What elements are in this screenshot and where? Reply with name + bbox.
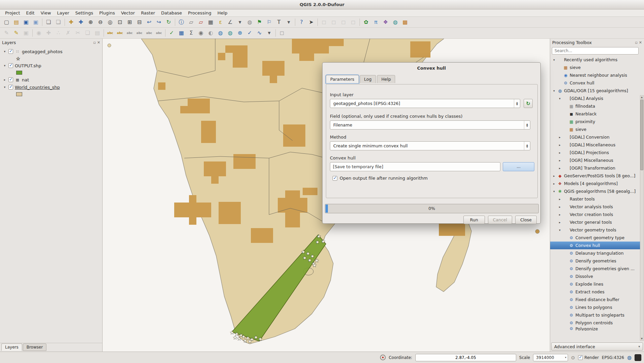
toolbox-tree-item[interactable]: ▾ ❃ QGIS geoalgorithms [58 geoalg...]	[550, 187, 640, 195]
copy-features-icon[interactable]: ❏	[83, 29, 92, 37]
toolbox-tree-item[interactable]: ⚙ Convert geometry type	[550, 234, 640, 242]
toolbox-tree-item[interactable]: ▸ [OGR] Miscellaneous	[550, 156, 640, 164]
float-panel-icon[interactable]: ▫	[93, 40, 96, 45]
toolbox-tree-item[interactable]: ▾ ◍ GDAL/OGR [15 geoalgorithms]	[550, 87, 640, 95]
toolbox-tree-item[interactable]: ◉ Nearest neighbour analysis	[550, 71, 640, 79]
geometry-checker-icon[interactable]: ✓	[245, 29, 254, 37]
combo-spinner-icon[interactable]: ▲▼	[514, 99, 520, 108]
toolbox-tree-item[interactable]: ⚙ Fixed distance buffer	[550, 296, 640, 303]
label-rotate-text-icon[interactable]: abc	[135, 29, 144, 37]
toolbox-tree-item[interactable]: ⚙ Dissolve	[550, 273, 640, 280]
scroll-down-icon[interactable]: ▼	[641, 337, 643, 340]
menu-vector[interactable]: Vector	[118, 10, 138, 16]
annotation-dropdown-icon[interactable]: ▾	[284, 18, 293, 27]
close-panel-icon[interactable]: ✕	[97, 40, 100, 45]
whats-this-icon[interactable]: ➤	[307, 18, 316, 27]
label-move-icon[interactable]: ◻	[319, 18, 329, 27]
scroll-up-icon[interactable]: ▲	[641, 96, 643, 99]
toolbox-tree-item[interactable]: ⚙ Explode lines	[550, 280, 640, 288]
toolbox-tree-item[interactable]: ⚙ Polygon centroids	[550, 319, 640, 327]
tab-help[interactable]: Help	[377, 75, 395, 83]
zoom-in-icon[interactable]: ⊕	[86, 18, 95, 27]
menu-raster[interactable]: Raster	[138, 10, 158, 16]
toolbox-tree-item[interactable]: ▸ [GDAL] Miscellaneous	[550, 141, 640, 149]
composer-manager-icon[interactable]: ❏	[54, 18, 63, 27]
tree-expander-icon[interactable]: ▸	[558, 205, 562, 209]
select-features-icon[interactable]: ▱	[187, 18, 196, 27]
layer-visibility-checkbox[interactable]	[8, 63, 13, 68]
toolbox-tree-item[interactable]: ⚙ Lines to polygons	[550, 303, 640, 311]
toolbox-tree-item[interactable]: ▸ Raster tools	[550, 195, 640, 203]
label-select-icon[interactable]: abc	[115, 29, 124, 37]
toolbox-tree-item[interactable]: ▸ Vector general tools	[550, 218, 640, 226]
toolbox-tree-item[interactable]: ⚙ Extract nodes	[550, 288, 640, 296]
zoom-to-layer-icon[interactable]: ⊟	[135, 18, 144, 27]
scrollbar-thumb[interactable]	[640, 100, 643, 170]
menu-database[interactable]: Database	[158, 10, 185, 16]
pan-to-selection-icon[interactable]: ✚	[76, 18, 85, 27]
menu-settings[interactable]: Settings	[72, 10, 96, 16]
move-feature-icon[interactable]: ✚	[44, 29, 53, 37]
tab-layers[interactable]: Layers	[1, 343, 22, 351]
menu-plugins[interactable]: Plugins	[96, 10, 118, 16]
gradient-tool-icon[interactable]: ◉	[196, 29, 205, 37]
browse-button[interactable]: ...	[503, 162, 534, 171]
tree-expander-icon[interactable]: ▸	[558, 221, 562, 224]
toolbox-tree-item[interactable]: ▦ fillnodata	[550, 102, 640, 110]
run-button[interactable]: Run	[463, 216, 485, 224]
render-checkbox[interactable]	[578, 355, 583, 360]
labeling-icon[interactable]: abc	[106, 29, 115, 37]
tree-expander-icon[interactable]: ▸	[558, 136, 562, 139]
magnifier-icon[interactable]: ⊙	[571, 355, 575, 360]
float-panel-icon[interactable]: ▫	[635, 40, 637, 45]
menu-project[interactable]: Project	[2, 10, 23, 16]
zoom-native-icon[interactable]: ◎	[106, 18, 115, 27]
pan-map-icon[interactable]: ✚	[67, 18, 76, 27]
menu-layer[interactable]: Layer	[54, 10, 72, 16]
tree-expander-icon[interactable]: ▸	[558, 167, 562, 170]
grass-tools-icon[interactable]: ✿	[362, 18, 371, 27]
open-project-icon[interactable]: ▤	[12, 18, 21, 27]
log-messages-button[interactable]	[635, 354, 641, 361]
toolbox-tree-item[interactable]: ▸ Vector creation tools	[550, 211, 640, 218]
toolbox-tree-item[interactable]: ▾ Vector geometry tools	[550, 226, 640, 234]
show-bookmarks-icon[interactable]: ⚐	[265, 18, 274, 27]
tab-log[interactable]: Log	[360, 75, 376, 83]
zoom-to-selection-icon[interactable]: ⊞	[125, 18, 134, 27]
text-annotation-icon[interactable]: T	[274, 18, 283, 27]
deselect-features-icon[interactable]: ▱	[196, 18, 205, 27]
zoom-last-icon[interactable]: ↩	[145, 18, 154, 27]
toolbox-tree-item[interactable]: ▸ ❖ Models [4 geoalgorithms]	[550, 180, 640, 187]
save-project-as-icon[interactable]: ▣	[31, 18, 40, 27]
menu-view[interactable]: View	[38, 10, 54, 16]
globe-service-icon[interactable]: ◍	[226, 29, 235, 37]
map-tips-icon[interactable]: ◍	[245, 18, 254, 27]
toolbox-tree-item[interactable]: ▦ sieve	[550, 64, 640, 71]
output-file-input[interactable]	[330, 162, 500, 171]
interface-mode-combo[interactable]: Advanced interface ▾	[551, 342, 643, 351]
toolbox-tree-item[interactable]: ▸ [GDAL] Conversion	[550, 133, 640, 141]
input-layer-combo[interactable]: geotagged_photos [EPSG:4326] ▲▼	[330, 99, 520, 108]
save-project-icon[interactable]: ▣	[22, 18, 31, 27]
layer-item-geotagged-photos[interactable]: ▾ ∷ geotagged_photos	[0, 48, 102, 55]
tab-browser[interactable]: Browser	[23, 343, 47, 351]
layer-visibility-checkbox[interactable]	[8, 49, 13, 54]
tree-expander-icon[interactable]: ▸	[3, 78, 7, 81]
label-highlight-icon[interactable]: ◻	[349, 18, 358, 27]
layer-visibility-checkbox[interactable]	[8, 77, 13, 82]
menu-help[interactable]: Help	[215, 10, 231, 16]
coordinate-input[interactable]	[415, 354, 516, 361]
cancel-button[interactable]: Cancel	[488, 216, 512, 224]
crs-globe-icon[interactable]: ◍	[627, 355, 632, 361]
refresh-map-icon[interactable]: ↻	[164, 18, 173, 27]
new-bookmark-icon[interactable]: ⚑	[255, 18, 264, 27]
toolbox-tree-item[interactable]: ⚙ Delaunay triangulation	[550, 249, 640, 257]
toolbox-tree-item[interactable]: ⚙ Densify geometries given ...	[550, 265, 640, 273]
toolbox-tree-item[interactable]: ▾ [GDAL] Analysis	[550, 95, 640, 102]
toolbox-tree-item[interactable]: ▦ proximity	[550, 118, 640, 125]
tree-expander-icon[interactable]: ▸	[558, 159, 562, 162]
toggle-editing-icon[interactable]: ✎	[12, 29, 21, 37]
layer-item-output-shp[interactable]: ▾ OUTPUT.shp	[0, 62, 102, 69]
label-pin-icon[interactable]: ◻	[339, 18, 348, 27]
toolbox-tree-item[interactable]: ⚙ Multipart to singleparts	[550, 311, 640, 319]
